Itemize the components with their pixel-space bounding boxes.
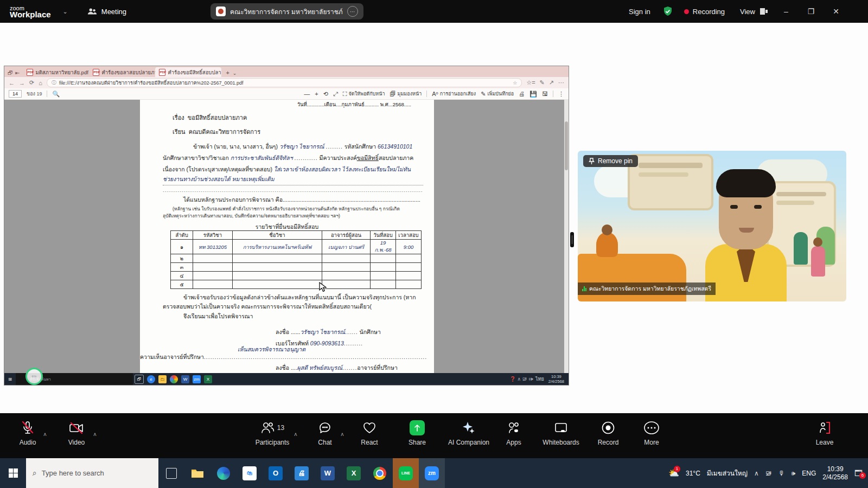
tray-chevron-icon[interactable]: ∧	[754, 470, 759, 477]
view-layout-icon[interactable]	[760, 8, 768, 15]
zoom-app-icon[interactable]: zm	[419, 458, 445, 488]
audio-button[interactable]: Audio ˄	[4, 420, 51, 446]
minimize-button[interactable]: –	[774, 0, 799, 23]
browser-menu-icon[interactable]: ⋯	[558, 79, 564, 86]
excel-icon[interactable]: X	[341, 458, 367, 488]
pinned-video-tile[interactable]: Remove pin คณะวิทยาการจัดการ มหาวิทยาลัย…	[578, 151, 846, 301]
close-button[interactable]: ✕	[824, 0, 848, 23]
browser-tab-2[interactable]: PDF คำร้องขอลาสอบปลายภาค 2-25	[89, 67, 155, 77]
security-shield-icon[interactable]	[662, 6, 673, 17]
chat-button[interactable]: Chat ˄	[302, 420, 348, 446]
pdf-document-area[interactable]: วันที่............เดือน....กุมภาพันธ์...…	[4, 100, 569, 373]
url-field[interactable]: ⓘ file:///E:/งานรองคณบดีฝ่ายวิชาการ/คำร้…	[47, 78, 522, 87]
printer-app-icon[interactable]: 🖨	[289, 458, 315, 488]
restore-button[interactable]: ❐	[799, 0, 824, 23]
store-icon[interactable]: 🛍	[237, 458, 263, 488]
chevron-down-icon[interactable]: ⌄	[63, 8, 68, 15]
tray-mic-icon[interactable]: 🎙	[778, 470, 785, 477]
tab-meeting[interactable]: Meeting	[87, 8, 126, 16]
react-button[interactable]: React	[346, 420, 393, 446]
rotate-icon[interactable]: ⟲	[323, 91, 328, 98]
edge-icon[interactable]	[210, 458, 237, 488]
audio-chevron-icon[interactable]: ˄	[43, 432, 47, 438]
pdf-icon: PDF	[159, 69, 165, 76]
participants-chevron-icon[interactable]: ˄	[294, 432, 297, 438]
back-icon[interactable]: ←	[9, 80, 15, 86]
search-icon[interactable]: 🔍	[52, 91, 60, 98]
record-button[interactable]: Record	[585, 420, 631, 446]
page-info-icon[interactable]: ⓘ	[52, 79, 56, 86]
volume-icon[interactable]: 🕪	[792, 470, 796, 477]
mini-search-box[interactable]: ✏ ที่นี่เพื่อค้นหา	[16, 373, 133, 385]
tab-actions-icon[interactable]: 🗗	[8, 70, 13, 76]
share-page-icon[interactable]: ↗	[549, 79, 554, 86]
favorites-icon[interactable]: ☆=	[526, 79, 535, 86]
more-button[interactable]: More	[628, 420, 675, 446]
language-indicator[interactable]: ENG	[802, 470, 816, 477]
refresh-icon[interactable]: ⟳	[29, 79, 34, 86]
tab-list-chevron-icon[interactable]: ⌄	[233, 70, 237, 76]
mini-taskview-icon[interactable]: 🗗	[135, 375, 144, 384]
zoom-out-icon[interactable]: —	[304, 91, 310, 97]
participants-button[interactable]: 13 Participants ˄	[244, 420, 301, 446]
page-view-button[interactable]: 🗐มุมมองหน้า	[390, 90, 422, 98]
mini-word-icon[interactable]: W	[181, 375, 189, 383]
page-number-input[interactable]: 14	[9, 90, 22, 98]
apps-button[interactable]: Apps	[490, 420, 537, 446]
browser-tab-1[interactable]: PDF มติสภามหาวิทยาลัย.pdf	[23, 67, 89, 77]
annotate-pen-icon[interactable]: ✎	[540, 79, 545, 86]
task-view-button[interactable]	[158, 458, 184, 488]
mini-excel-icon[interactable]: X	[204, 375, 212, 383]
browser-tab-3-active[interactable]: PDF คำร้องขอมีสิทธิ์สอบปลายภา ✕	[155, 67, 221, 77]
pdf-more-icon[interactable]: ⋮	[558, 91, 564, 98]
mini-tray-icons[interactable]: ❓ ∧ 🖳 🕪	[510, 376, 533, 382]
sign-in-button[interactable]: Sign in	[629, 8, 650, 16]
meeting-name-tab[interactable]: คณะวิทยาการจัดการ มหาวิทยาลัยราชภ์ ⋯	[210, 3, 363, 20]
line-icon[interactable]: LINE	[393, 458, 419, 488]
taskbar-search-box[interactable]: ⌕ Type here to search	[26, 458, 158, 488]
clock[interactable]: 10:39 2/4/2568	[822, 465, 848, 481]
outlook-icon[interactable]: O	[263, 458, 289, 488]
mini-edge-icon[interactable]: e	[147, 375, 155, 383]
chat-chevron-icon[interactable]: ˄	[341, 432, 344, 438]
pc-status-icon[interactable]: 🖳	[765, 470, 772, 477]
panel-resize-handle[interactable]	[570, 232, 574, 247]
remove-pin-button[interactable]: Remove pin	[583, 155, 638, 167]
file-explorer-icon[interactable]	[184, 458, 210, 488]
view-button-label[interactable]: View	[740, 8, 755, 16]
fit-width-icon[interactable]: ⤢	[333, 91, 338, 98]
weather-widget[interactable]: ⛅ 1	[668, 468, 679, 478]
ai-companion-button[interactable]: AI Companion	[443, 420, 495, 446]
ellipsis-icon[interactable]: ⋯	[347, 6, 358, 17]
home-icon[interactable]: ⌂	[39, 80, 42, 86]
print-icon[interactable]: 🖨	[519, 91, 525, 97]
chrome-icon[interactable]	[367, 458, 393, 488]
save-icon[interactable]: 💾	[529, 91, 537, 98]
pdf-scrollbar-thumb[interactable]	[565, 121, 568, 170]
doc-date-line: วันที่............เดือน....กุมภาพันธ์...…	[297, 100, 411, 108]
mini-start-icon[interactable]: ⊞	[6, 375, 14, 383]
fit-page-button[interactable]: ⛶จัดให้พอดีกับหน้า	[343, 90, 385, 98]
pdf-scrollbar[interactable]	[564, 100, 569, 373]
add-notes-button[interactable]: ✎เพิ่มบันทึกย่อ	[481, 90, 514, 98]
mini-lang[interactable]: ไทย	[535, 375, 544, 383]
video-button[interactable]: Video ˄	[53, 420, 100, 446]
mini-clock[interactable]: 10:392/4/2568	[548, 374, 564, 384]
word-icon[interactable]: W	[315, 458, 341, 488]
forward-icon[interactable]: →	[19, 80, 25, 86]
leave-button[interactable]: Leave	[801, 420, 848, 446]
whiteboards-button[interactable]: Whiteboards	[533, 420, 589, 446]
favorite-star-icon[interactable]: ☆	[513, 80, 517, 86]
notification-center-button[interactable]: 🗔 6	[854, 468, 863, 478]
start-button[interactable]	[0, 458, 26, 488]
vertical-tabs-icon[interactable]: ⇤	[15, 70, 20, 76]
share-button[interactable]: Share	[394, 420, 441, 446]
read-aloud-button[interactable]: Aᵒการอ่านออกเสียง	[432, 90, 476, 98]
save-as-icon[interactable]: 🖫	[542, 91, 548, 97]
mini-chrome-icon[interactable]	[170, 375, 178, 383]
mini-zoom-icon[interactable]: zm	[193, 375, 201, 383]
video-chevron-icon[interactable]: ˄	[93, 432, 97, 438]
zoom-in-icon[interactable]: +	[315, 91, 318, 97]
new-tab-icon[interactable]: +	[226, 69, 229, 76]
mini-folder-icon[interactable]: 🗀	[158, 375, 167, 383]
